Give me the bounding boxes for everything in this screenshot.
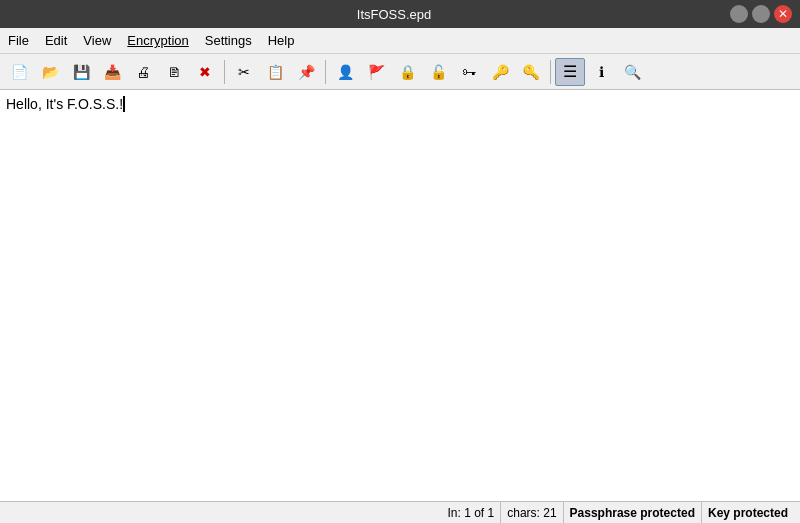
enckey-icon xyxy=(337,63,354,80)
text-cursor xyxy=(123,96,125,112)
minimize-button[interactable]: – xyxy=(730,5,748,23)
toolbar xyxy=(0,54,800,90)
paste-icon xyxy=(298,63,315,80)
maximize-button[interactable]: □ xyxy=(752,5,770,23)
new-button[interactable] xyxy=(4,58,34,86)
window-controls: – □ ✕ xyxy=(730,5,792,23)
editor-content: Hello, It's F.O.S.S.! xyxy=(6,96,123,112)
saveas-icon xyxy=(104,63,121,80)
menu-view[interactable]: View xyxy=(75,30,119,51)
open-icon xyxy=(42,63,59,80)
lock-icon xyxy=(399,63,416,80)
search-icon xyxy=(624,63,641,80)
printpreview-button[interactable] xyxy=(159,58,189,86)
window-title: ItsFOSS.epd xyxy=(58,7,730,22)
lock-button[interactable] xyxy=(392,58,422,86)
view-button[interactable] xyxy=(555,58,585,86)
unlock-button[interactable] xyxy=(423,58,453,86)
close-doc-button[interactable] xyxy=(190,58,220,86)
toolbar-separator-2 xyxy=(325,60,326,84)
title-bar: ItsFOSS.epd – □ ✕ xyxy=(0,0,800,28)
search-button[interactable] xyxy=(617,58,647,86)
key-icon xyxy=(492,63,509,80)
unlock-icon xyxy=(430,63,447,80)
cut-icon xyxy=(238,63,250,80)
saveas-button[interactable] xyxy=(97,58,127,86)
toolbar-separator-3 xyxy=(550,60,551,84)
status-chars: chars: 21 xyxy=(500,502,562,523)
menu-settings[interactable]: Settings xyxy=(197,30,260,51)
cut-button[interactable] xyxy=(229,58,259,86)
keys-icon xyxy=(462,63,476,80)
paste-button[interactable] xyxy=(291,58,321,86)
info-button[interactable] xyxy=(586,58,616,86)
info-icon xyxy=(599,63,604,80)
status-key-protected: Key protected xyxy=(701,502,794,523)
printpreview-icon xyxy=(168,63,181,80)
new-icon xyxy=(11,63,28,80)
save-button[interactable] xyxy=(66,58,96,86)
copy-icon xyxy=(267,63,284,80)
enckey-button[interactable] xyxy=(330,58,360,86)
close-doc-icon xyxy=(199,63,211,80)
flag-button[interactable] xyxy=(361,58,391,86)
menu-help[interactable]: Help xyxy=(260,30,303,51)
menu-file[interactable]: File xyxy=(0,30,37,51)
status-position: In: 1 of 1 xyxy=(442,502,501,523)
status-passphrase: Passphrase protected xyxy=(563,502,701,523)
save-icon xyxy=(73,63,90,80)
menu-bar: File Edit View Encryption Settings Help xyxy=(0,28,800,54)
key-button[interactable] xyxy=(485,58,515,86)
editor-area[interactable]: Hello, It's F.O.S.S.! xyxy=(0,90,800,501)
key2-button[interactable] xyxy=(516,58,546,86)
close-window-button[interactable]: ✕ xyxy=(774,5,792,23)
flag-icon xyxy=(368,63,385,80)
status-bar: In: 1 of 1 chars: 21 Passphrase protecte… xyxy=(0,501,800,523)
view-icon xyxy=(563,62,577,81)
print-icon xyxy=(136,63,150,80)
keys-button[interactable] xyxy=(454,58,484,86)
copy-button[interactable] xyxy=(260,58,290,86)
toolbar-separator-1 xyxy=(224,60,225,84)
menu-encryption[interactable]: Encryption xyxy=(119,30,196,51)
menu-edit[interactable]: Edit xyxy=(37,30,75,51)
key2-icon xyxy=(523,63,540,80)
print-button[interactable] xyxy=(128,58,158,86)
open-button[interactable] xyxy=(35,58,65,86)
